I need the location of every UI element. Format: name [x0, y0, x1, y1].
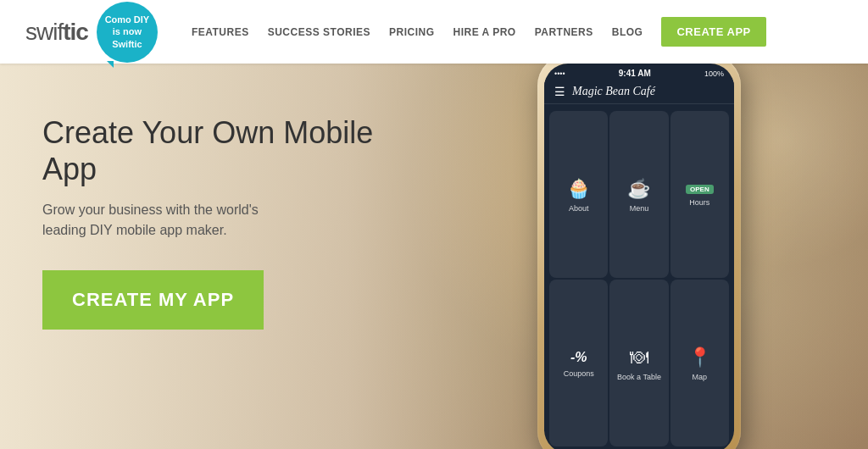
hours-label: Hours	[689, 198, 709, 207]
hamburger-icon: ☰	[554, 85, 565, 98]
app-icon-hours: OPEN Hours	[670, 111, 729, 278]
app-icon-map: 📍 Map	[670, 280, 729, 446]
phone-status-bar: •••• 9:41 AM 100%	[544, 64, 734, 80]
logo-area: swiftic Como DIY is now Swiftic	[25, 2, 158, 63]
coupons-label: Coupons	[564, 369, 594, 378]
nav-success[interactable]: SUCCESS STORIES	[268, 26, 370, 38]
app-icon-book: 🍽 Book a Table	[609, 280, 668, 446]
app-icon-menu: ☕ Menu	[609, 111, 668, 278]
nav-blog[interactable]: BLOG	[612, 26, 643, 38]
app-icon-coupons: -% Coupons	[549, 280, 608, 446]
menu-label: Menu	[630, 204, 649, 213]
app-icon-about: 🧁 About	[549, 111, 608, 278]
phone-time: 9:41 AM	[619, 69, 651, 78]
hero-subtext: Grow your business with the world'sleadi…	[42, 200, 398, 241]
coupon-icon: -%	[570, 350, 587, 365]
nav-pricing[interactable]: PRICING	[389, 26, 435, 38]
open-badge: OPEN	[686, 185, 714, 194]
about-label: About	[569, 204, 589, 213]
hero-content: Create Your Own Mobile App Grow your bus…	[42, 114, 398, 330]
create-app-button[interactable]: CREATE APP	[661, 17, 765, 47]
app-title: Magic Bean Café	[572, 85, 655, 98]
map-label: Map	[693, 373, 708, 381]
phone-app-header: ☰ Magic Bean Café	[544, 80, 734, 104]
app-icons-grid: 🧁 About ☕ Menu OPEN Hours -%	[544, 104, 734, 449]
battery-status: 100%	[704, 69, 724, 78]
speech-bubble: Como DIY is now Swiftic	[97, 2, 158, 63]
hero-section: Create Your Own Mobile App Grow your bus…	[0, 64, 868, 449]
logo: swiftic	[25, 19, 88, 46]
nav-hire[interactable]: HIRE A PRO	[453, 26, 516, 38]
book-label: Book a Table	[617, 373, 661, 381]
map-pin-icon: 📍	[688, 346, 711, 369]
header: swiftic Como DIY is now Swiftic FEATURES…	[0, 0, 868, 64]
phone-mockup: •••• 9:41 AM 100% ☰ Magic Bean Café 🧁 Ab…	[537, 64, 741, 449]
hero-cta-button[interactable]: CREATE MY APP	[42, 270, 264, 330]
coffee-icon: ☕	[627, 178, 650, 200]
nav: FEATURES SUCCESS STORIES PRICING HIRE A …	[192, 17, 843, 47]
hero-headline: Create Your Own Mobile App	[42, 114, 398, 187]
nav-features[interactable]: FEATURES	[192, 26, 249, 38]
phone-outer: •••• 9:41 AM 100% ☰ Magic Bean Café 🧁 Ab…	[537, 64, 741, 449]
cupcake-icon: 🧁	[567, 178, 590, 200]
table-icon: 🍽	[630, 346, 648, 369]
nav-partners[interactable]: PARTNERS	[535, 26, 593, 38]
phone-screen: •••• 9:41 AM 100% ☰ Magic Bean Café 🧁 Ab…	[544, 64, 734, 449]
signal-dots: ••••	[554, 69, 565, 78]
